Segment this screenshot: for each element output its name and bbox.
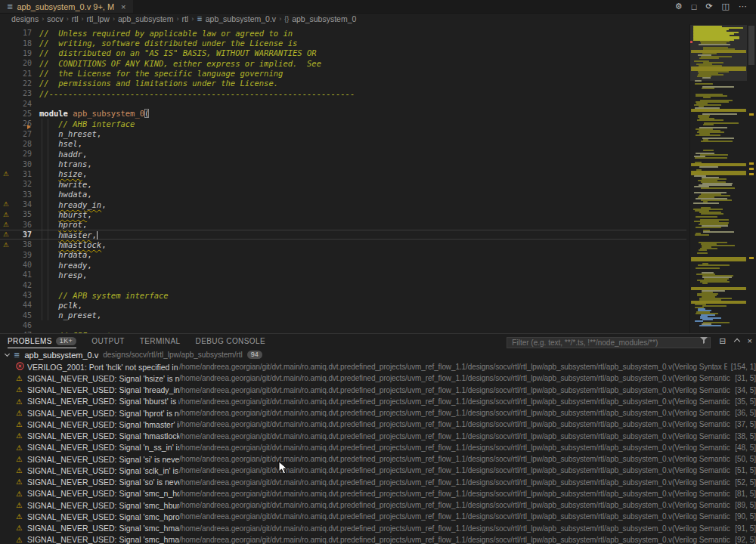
- line-number[interactable]: 17: [12, 29, 32, 37]
- line-number[interactable]: 22: [12, 79, 32, 88]
- breadcrumb-item[interactable]: apb_subsystem: [118, 14, 174, 23]
- code-line-32[interactable]: 32 hwrite,: [0, 179, 686, 189]
- line-number[interactable]: 44: [12, 301, 32, 309]
- line-number[interactable]: 35: [12, 210, 32, 218]
- line-number[interactable]: 39: [12, 251, 32, 259]
- line-number[interactable]: 30: [12, 160, 32, 168]
- problem-row[interactable]: ⚠SIGNAL_NEVER_USED: Signal 'hsize' is ne…: [0, 372, 756, 384]
- problem-row[interactable]: ⚠SIGNAL_NEVER_USED: Signal 'smc_hburst'.…: [0, 499, 756, 511]
- code-line-24[interactable]: 24: [0, 98, 686, 108]
- problem-row[interactable]: ⚠SIGNAL_NEVER_USED: Signal 'smc_hmastl..…: [0, 534, 756, 544]
- line-number[interactable]: 21: [12, 70, 32, 78]
- code-editor[interactable]: 17// Unless required by applicable law o…: [0, 24, 756, 333]
- split-editor-icon[interactable]: ◫: [722, 2, 730, 11]
- line-number[interactable]: 33: [12, 190, 32, 199]
- problem-row[interactable]: ⚠SIGNAL_NEVER_USED: Signal 'hmaster' is …: [0, 419, 756, 430]
- maximize-panel-icon[interactable]: [733, 338, 739, 344]
- breadcrumb-item[interactable]: rtl: [181, 14, 188, 23]
- problem-row[interactable]: ⚠SIGNAL_NEVER_USED: Signal 'smc_n_hclk'.…: [0, 488, 756, 499]
- line-number[interactable]: 28: [12, 140, 32, 148]
- code-line-22[interactable]: 22// permissions and limitations under t…: [0, 79, 686, 88]
- code-line-45[interactable]: 45 n_preset,: [0, 311, 686, 320]
- code-line-27[interactable]: 27 n_hreset,: [0, 128, 686, 138]
- line-number[interactable]: 20: [12, 59, 32, 67]
- line-number[interactable]: 45: [12, 311, 32, 320]
- code-line-33[interactable]: 33 hwdata,: [0, 190, 686, 199]
- code-line-36[interactable]: ⚠36 hprot,: [0, 220, 686, 230]
- minimap[interactable]: [689, 24, 747, 333]
- code-line-18[interactable]: 18// writing, software distributed under…: [0, 38, 686, 48]
- code-line-25[interactable]: 25module apb_subsystem_0(: [0, 109, 686, 119]
- problem-row[interactable]: ⚠SIGNAL_NEVER_USED: Signal 'smc_hprot' i…: [0, 511, 756, 522]
- code-line-17[interactable]: 17// Unless required by applicable law o…: [0, 28, 686, 38]
- problems-file-group[interactable]: ≣ apb_subsystem_0.v designs/socv/rtl/rtl…: [0, 348, 756, 361]
- line-number[interactable]: 27: [12, 130, 32, 138]
- line-number[interactable]: 46: [12, 321, 32, 329]
- code-line-37[interactable]: ⚠37 hmaster,: [0, 230, 686, 240]
- line-number[interactable]: 36: [12, 221, 32, 229]
- code-line-43[interactable]: 43 // APB system interface: [0, 290, 686, 300]
- code-line-31[interactable]: ⚠31 hsize,: [0, 169, 686, 179]
- panel-tab-problems[interactable]: PROBLEMS1K+: [8, 334, 76, 348]
- vertical-scrollbar[interactable]: [747, 24, 756, 333]
- code-line-42[interactable]: 42: [0, 280, 686, 290]
- breadcrumb-item[interactable]: apb_subsystem_0.v: [206, 14, 276, 23]
- refresh-icon[interactable]: ⟳: [705, 2, 712, 11]
- code-line-23[interactable]: 23//------------------------------------…: [0, 88, 686, 98]
- breadcrumb-item[interactable]: designs: [11, 14, 39, 23]
- code-line-30[interactable]: 30 htrans,: [0, 159, 686, 168]
- tab-apb-subsystem[interactable]: ≣ apb_subsystem_0.v 9+, M ×: [0, 0, 133, 13]
- code-line-35[interactable]: ⚠35 hburst,: [0, 209, 686, 219]
- line-number[interactable]: 38: [12, 240, 32, 249]
- line-number[interactable]: 43: [12, 291, 32, 299]
- code-line-21[interactable]: 21// the License for the specific langua…: [0, 68, 686, 78]
- breadcrumb-item[interactable]: socv: [47, 14, 64, 23]
- code-line-29[interactable]: 29 haddr,: [0, 149, 686, 159]
- breadcrumb-item[interactable]: rtl_lpw: [87, 14, 110, 23]
- problem-row[interactable]: ⚠SIGNAL_NEVER_USED: Signal 'si' is never…: [0, 453, 756, 465]
- line-number[interactable]: 41: [12, 270, 32, 279]
- line-number[interactable]: 24: [12, 100, 32, 108]
- line-number[interactable]: 25: [12, 110, 32, 118]
- line-number[interactable]: 18: [12, 39, 32, 48]
- problem-row[interactable]: ⚠SIGNAL_NEVER_USED: Signal 'hprot' is ne…: [0, 407, 756, 419]
- collapse-all-icon[interactable]: ⊟: [719, 337, 726, 345]
- problem-row[interactable]: ⚠SIGNAL_NEVER_USED: Signal 'smc_hmast...…: [0, 523, 756, 534]
- problems-filter-input[interactable]: [507, 337, 711, 348]
- code-line-41[interactable]: 41 hresp,: [0, 270, 686, 280]
- scrollbar-thumb[interactable]: [748, 26, 754, 65]
- problem-row[interactable]: ⚠SIGNAL_NEVER_USED: Signal 'n_ss_in' is …: [0, 442, 756, 453]
- close-panel-icon[interactable]: ×: [748, 337, 752, 345]
- line-number[interactable]: 29: [12, 150, 32, 158]
- line-number[interactable]: 31: [12, 170, 32, 178]
- code-line-28[interactable]: 28 hsel,: [0, 139, 686, 149]
- code-line-44[interactable]: 44 pclk,: [0, 300, 686, 310]
- line-number[interactable]: 19: [12, 49, 32, 57]
- gear-icon[interactable]: ⚙: [675, 2, 683, 11]
- code-line-26[interactable]: 26 // AHB interface: [0, 119, 686, 128]
- problem-row[interactable]: ⚠SIGNAL_NEVER_USED: Signal 'hburst' is n…: [0, 396, 756, 407]
- code-line-40[interactable]: 40 hready,: [0, 260, 686, 270]
- panel-tab-terminal[interactable]: TERMINAL: [140, 334, 181, 348]
- code-line-34[interactable]: ⚠34 hready_in,: [0, 199, 686, 209]
- close-tab-icon[interactable]: ×: [121, 2, 125, 11]
- problem-row[interactable]: ⚠SIGNAL_NEVER_USED: Signal 'hmastlock' i…: [0, 431, 756, 442]
- problem-row[interactable]: ⚠SIGNAL_NEVER_USED: Signal 'so' is never…: [0, 477, 756, 488]
- code-line-20[interactable]: 20// CONDITIONS OF ANY KIND, either expr…: [0, 58, 686, 68]
- code-line-38[interactable]: ⚠38 hmastlock,: [0, 240, 686, 249]
- breadcrumb-item[interactable]: rtl: [72, 14, 79, 23]
- square-icon[interactable]: □: [692, 2, 697, 11]
- code-line-19[interactable]: 19// distributed on an "AS IS" BASIS, WI…: [0, 48, 686, 58]
- line-number[interactable]: 40: [12, 261, 32, 269]
- line-number[interactable]: 34: [12, 200, 32, 209]
- code-line-46[interactable]: 46: [0, 320, 686, 330]
- more-actions-icon[interactable]: ⋯: [739, 2, 747, 11]
- problem-row[interactable]: ⚠SIGNAL_NEVER_USED: Signal 'sclk_in' is …: [0, 465, 756, 476]
- line-number[interactable]: 37: [12, 230, 32, 239]
- line-number[interactable]: 32: [12, 180, 32, 188]
- breadcrumb-item[interactable]: apb_subsystem_0: [292, 14, 356, 23]
- line-number[interactable]: 23: [12, 89, 32, 97]
- code-line-39[interactable]: 39 hrdata,: [0, 250, 686, 260]
- problem-row[interactable]: ⚠SIGNAL_NEVER_USED: Signal 'hready_in' i…: [0, 385, 756, 396]
- panel-tab-debug-console[interactable]: DEBUG CONSOLE: [196, 334, 265, 348]
